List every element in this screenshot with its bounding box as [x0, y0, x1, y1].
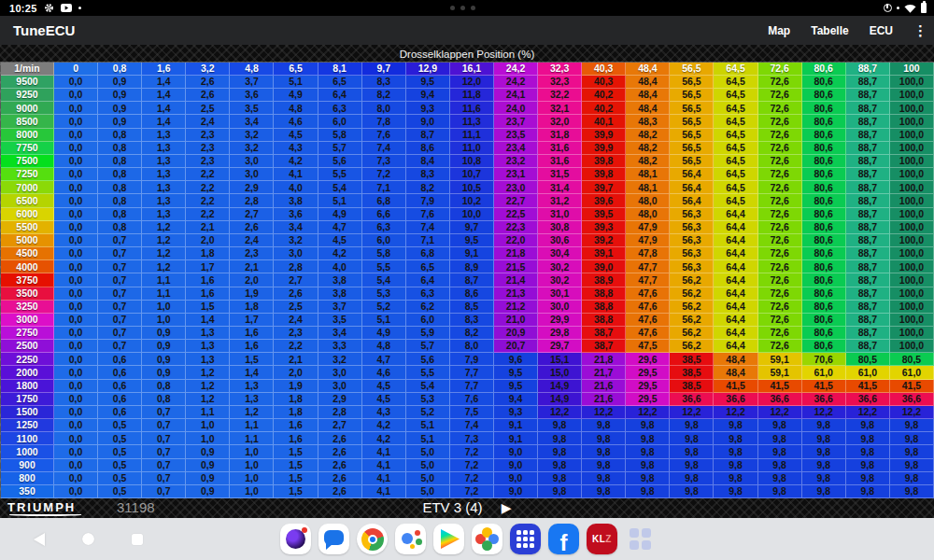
map-cell[interactable]: 9,4	[406, 89, 450, 102]
rpm-row-header[interactable]: 7250	[1, 168, 54, 181]
map-cell[interactable]: 21,6	[582, 393, 626, 406]
map-cell[interactable]: 88,7	[846, 273, 890, 287]
map-cell[interactable]: 6,0	[318, 115, 362, 128]
messages-app-icon[interactable]	[318, 524, 349, 554]
map-cell[interactable]: 29,8	[538, 327, 582, 340]
map-cell[interactable]: 3,8	[318, 287, 362, 301]
map-cell[interactable]: 1,4	[142, 89, 186, 102]
map-cell[interactable]: 24,0	[494, 102, 538, 115]
map-cell[interactable]: 0,8	[98, 155, 142, 168]
map-cell[interactable]: 7,6	[406, 208, 450, 221]
rpm-row-header[interactable]: 9250	[1, 89, 54, 102]
map-cell[interactable]: 23,4	[494, 142, 538, 155]
map-cell[interactable]: 2,1	[230, 260, 274, 273]
map-cell[interactable]: 8,7	[406, 129, 450, 142]
map-cell[interactable]: 3,0	[230, 168, 274, 181]
map-cell[interactable]: 9,6	[494, 353, 538, 366]
tps-column-header[interactable]: 100	[890, 63, 934, 76]
map-cell[interactable]: 15,1	[538, 353, 582, 366]
map-cell[interactable]: 22,3	[494, 221, 538, 234]
map-cell[interactable]: 29,6	[626, 353, 670, 366]
map-cell[interactable]: 0,5	[98, 459, 142, 472]
map-cell[interactable]: 11,6	[450, 102, 494, 115]
map-cell[interactable]: 20,7	[494, 340, 538, 353]
map-cell[interactable]: 41,5	[890, 380, 934, 393]
map-cell[interactable]: 56,5	[670, 142, 714, 155]
map-cell[interactable]: 64,5	[714, 168, 757, 181]
map-cell[interactable]: 80,6	[802, 89, 846, 102]
rpm-row-header[interactable]: 7000	[1, 181, 54, 194]
map-cell[interactable]: 10,0	[450, 208, 494, 221]
map-cell[interactable]: 3,0	[318, 366, 362, 379]
map-cell[interactable]: 2,2	[186, 194, 230, 207]
map-cell[interactable]: 23,1	[494, 168, 538, 181]
map-cell[interactable]: 5,6	[318, 155, 362, 168]
map-cell[interactable]: 1,7	[186, 260, 230, 273]
map-cell[interactable]: 9,8	[670, 485, 714, 498]
map-cell[interactable]: 23,0	[494, 181, 538, 194]
map-cell[interactable]: 5,7	[318, 142, 362, 155]
tps-column-header[interactable]: 24,2	[494, 63, 538, 76]
map-cell[interactable]: 2,3	[186, 142, 230, 155]
map-cell[interactable]: 2,6	[318, 459, 362, 472]
map-cell[interactable]: 0,7	[142, 432, 186, 445]
map-cell[interactable]: 72,6	[758, 260, 802, 273]
rpm-row-header[interactable]: 9000	[1, 102, 54, 115]
map-cell[interactable]: 0,6	[98, 353, 142, 366]
map-cell[interactable]: 0,0	[54, 459, 98, 472]
map-cell[interactable]: 4,2	[362, 432, 406, 445]
map-cell[interactable]: 5,4	[406, 380, 450, 393]
map-cell[interactable]: 12,2	[582, 406, 626, 419]
map-cell[interactable]: 56,3	[670, 247, 714, 260]
map-cell[interactable]: 5,0	[406, 485, 450, 498]
map-cell[interactable]: 9,1	[450, 247, 494, 260]
map-cell[interactable]: 0,8	[98, 221, 142, 234]
map-cell[interactable]: 1,3	[186, 340, 230, 353]
map-cell[interactable]: 12,2	[802, 406, 846, 419]
rpm-row-header[interactable]: 1100	[1, 432, 54, 445]
map-cell[interactable]: 32,0	[538, 115, 582, 128]
rpm-row-header[interactable]: 800	[1, 472, 54, 485]
map-cell[interactable]: 72,6	[758, 327, 802, 340]
map-cell[interactable]: 0,9	[142, 353, 186, 366]
map-cell[interactable]: 70,6	[802, 353, 846, 366]
map-cell[interactable]: 64,4	[714, 260, 757, 273]
map-cell[interactable]: 8,7	[450, 273, 494, 287]
map-cell[interactable]: 72,6	[758, 89, 802, 102]
map-cell[interactable]: 36,6	[758, 393, 802, 406]
map-cell[interactable]: 9,8	[846, 459, 890, 472]
map-cell[interactable]: 100,0	[890, 247, 934, 260]
map-cell[interactable]: 0,8	[98, 194, 142, 207]
map-cell[interactable]: 2,6	[318, 432, 362, 445]
map-cell[interactable]: 39,1	[582, 247, 626, 260]
map-cell[interactable]: 88,7	[846, 76, 890, 89]
map-cell[interactable]: 9,8	[802, 472, 846, 485]
map-cell[interactable]: 3,0	[318, 380, 362, 393]
map-cell[interactable]: 23,7	[494, 115, 538, 128]
map-cell[interactable]: 9,0	[494, 472, 538, 485]
map-cell[interactable]: 5,1	[362, 314, 406, 327]
map-cell[interactable]: 72,6	[758, 221, 802, 234]
map-cell[interactable]: 9,1	[494, 432, 538, 445]
map-cell[interactable]: 21,3	[494, 287, 538, 301]
map-cell[interactable]: 100,0	[890, 115, 934, 128]
map-cell[interactable]: 80,6	[802, 194, 846, 207]
tps-column-header[interactable]: 48,4	[626, 63, 670, 76]
map-cell[interactable]: 9,8	[582, 485, 626, 498]
map-cell[interactable]: 3,6	[230, 89, 274, 102]
map-cell[interactable]: 88,7	[846, 142, 890, 155]
map-cell[interactable]: 47,9	[626, 234, 670, 247]
map-cell[interactable]: 1,6	[230, 340, 274, 353]
map-cell[interactable]: 48,2	[626, 142, 670, 155]
map-cell[interactable]: 21,8	[494, 247, 538, 260]
map-cell[interactable]: 9,0	[494, 445, 538, 458]
map-cell[interactable]: 9,8	[582, 432, 626, 445]
map-cell[interactable]: 88,7	[846, 115, 890, 128]
map-cell[interactable]: 14,9	[538, 393, 582, 406]
map-cell[interactable]: 2,3	[186, 155, 230, 168]
map-cell[interactable]: 80,6	[802, 234, 846, 247]
map-cell[interactable]: 2,0	[230, 273, 274, 287]
map-cell[interactable]: 12,2	[538, 406, 582, 419]
map-cell[interactable]: 0,0	[54, 115, 98, 128]
map-cell[interactable]: 80,6	[802, 340, 846, 353]
